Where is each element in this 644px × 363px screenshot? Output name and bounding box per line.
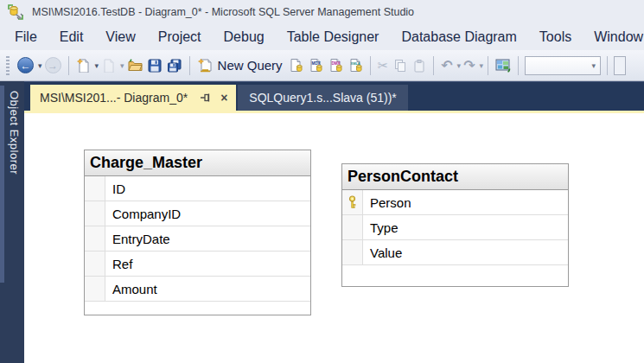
xmla-query-icon: XMLA <box>348 58 363 73</box>
paste-button[interactable] <box>410 54 429 77</box>
back-arrow-icon: ← <box>17 57 34 73</box>
save-all-button[interactable] <box>164 54 185 77</box>
row-selector[interactable] <box>342 190 363 214</box>
sidebar-accent-strip <box>0 86 4 283</box>
combobox-caret-icon: ▾ <box>592 61 596 70</box>
row-selector[interactable] <box>85 226 105 251</box>
tab-sqlquery-label: SQLQuery1.s...Slava (51))* <box>249 91 396 105</box>
column-row[interactable]: EntryDate <box>85 226 310 252</box>
title-bar: MSI\MSI2016.TestDB - Diagram_0* - Micros… <box>0 0 644 24</box>
open-file-button[interactable] <box>124 54 145 77</box>
toolbar-clipped-control <box>614 56 626 75</box>
menu-item-window[interactable]: Window <box>583 24 644 50</box>
document-tab-strip: MSI\MSI201...- Diagram_0* × SQLQuery1.s.… <box>24 81 644 113</box>
cut-button[interactable]: ✂ <box>375 54 392 77</box>
toolbar-separator <box>488 56 488 75</box>
database-diagram-map-icon <box>495 59 511 73</box>
tab-diagram-label: MSI\MSI201...- Diagram_0* <box>40 91 188 105</box>
row-selector[interactable] <box>85 176 105 201</box>
object-explorer-autohide-tab[interactable]: Object Explorer <box>0 81 24 363</box>
open-folder-icon <box>127 59 143 73</box>
activity-monitor-button[interactable] <box>493 54 513 77</box>
column-row[interactable]: ID <box>85 176 310 201</box>
menu-item-database-diagram[interactable]: Database Diagram <box>390 24 527 50</box>
copy-icon <box>393 59 407 73</box>
toolbar-separator <box>433 56 434 75</box>
menu-item-edit[interactable]: Edit <box>48 24 95 50</box>
menu-item-tools[interactable]: Tools <box>528 24 583 50</box>
close-icon[interactable]: × <box>220 92 227 104</box>
database-engine-query-button[interactable] <box>286 54 306 77</box>
toolbar-separator <box>607 56 608 75</box>
save-all-icon <box>167 59 182 73</box>
tab-sqlquery[interactable]: SQLQuery1.s...Slava (51))* <box>238 85 407 111</box>
navigate-forward-button[interactable]: → <box>42 54 64 77</box>
add-item-button[interactable] <box>99 54 118 77</box>
undo-button[interactable]: ↶ <box>438 54 455 77</box>
redo-arrow-icon: ↷ <box>463 57 475 73</box>
mdx-query-button[interactable]: MDX <box>306 54 326 77</box>
save-icon <box>148 59 162 73</box>
toolbar-grip[interactable] <box>6 56 10 75</box>
toolbar-separator <box>68 56 69 75</box>
table-node-charge-master[interactable]: Charge_Master ID CompanyID EntryDate Ref <box>84 150 311 315</box>
pin-icon[interactable] <box>200 92 210 103</box>
toolbar-separator <box>518 56 519 75</box>
column-row[interactable]: Type <box>342 215 568 240</box>
toolbar-combobox[interactable]: ▾ <box>525 56 601 75</box>
row-selector[interactable] <box>342 240 363 264</box>
row-selector[interactable] <box>85 201 105 226</box>
column-row[interactable]: Amount <box>85 277 310 302</box>
primary-key-icon <box>348 195 357 209</box>
menu-bar: File Edit View Project Debug Table Desig… <box>0 24 644 50</box>
add-item-icon <box>101 58 116 73</box>
dmx-query-button[interactable]: DMX <box>326 54 346 77</box>
table-header[interactable]: PersonContact <box>342 164 568 190</box>
mdx-query-icon: MDX <box>309 58 323 73</box>
row-selector[interactable] <box>85 252 105 276</box>
table-node-person-contact[interactable]: PersonContact Person <box>341 163 569 287</box>
menu-item-debug[interactable]: Debug <box>213 24 276 50</box>
toolbar-separator <box>189 56 190 75</box>
copy-button[interactable] <box>391 54 410 77</box>
cut-scissors-icon: ✂ <box>378 58 389 73</box>
menu-item-file[interactable]: File <box>3 24 48 50</box>
navigate-backward-button[interactable]: ← <box>15 54 36 77</box>
menu-item-project[interactable]: Project <box>147 24 213 50</box>
xmla-query-button[interactable]: XMLA <box>346 54 366 77</box>
window-title: MSI\MSI2016.TestDB - Diagram_0* - Micros… <box>32 6 414 18</box>
menu-item-view[interactable]: View <box>94 24 146 50</box>
table-header[interactable]: Charge_Master <box>85 150 310 176</box>
object-explorer-label: Object Explorer <box>8 91 21 175</box>
menu-item-table-designer[interactable]: Table Designer <box>276 24 391 50</box>
standard-toolbar: ← ▾ → ▾ ▾ <box>0 50 644 81</box>
tab-diagram[interactable]: MSI\MSI201...- Diagram_0* × <box>30 85 236 111</box>
new-query-icon <box>197 58 213 73</box>
column-row[interactable]: Ref <box>85 252 310 277</box>
row-selector[interactable] <box>85 277 105 301</box>
column-row[interactable]: CompanyID <box>85 201 310 226</box>
paste-clipboard-icon <box>412 59 426 73</box>
undo-arrow-icon: ↶ <box>441 57 452 73</box>
column-row[interactable]: Person <box>342 190 568 215</box>
new-query-button[interactable] <box>194 54 215 77</box>
database-engine-query-icon <box>289 58 303 73</box>
new-query-label[interactable]: New Query <box>218 58 283 73</box>
ssms-app-icon <box>7 3 24 21</box>
row-selector[interactable] <box>342 215 363 239</box>
redo-dropdown[interactable]: ▾ <box>480 61 484 70</box>
new-project-icon <box>76 58 91 73</box>
new-project-button[interactable] <box>73 54 93 77</box>
diagram-canvas[interactable]: Charge_Master ID CompanyID EntryDate Ref <box>24 113 644 363</box>
save-button[interactable] <box>145 54 164 77</box>
dmx-query-icon: DMX <box>328 58 343 73</box>
toolbar-separator <box>370 56 371 75</box>
forward-arrow-icon: → <box>45 57 61 73</box>
redo-button[interactable]: ↷ <box>461 54 477 77</box>
column-row[interactable]: Value <box>342 240 568 265</box>
